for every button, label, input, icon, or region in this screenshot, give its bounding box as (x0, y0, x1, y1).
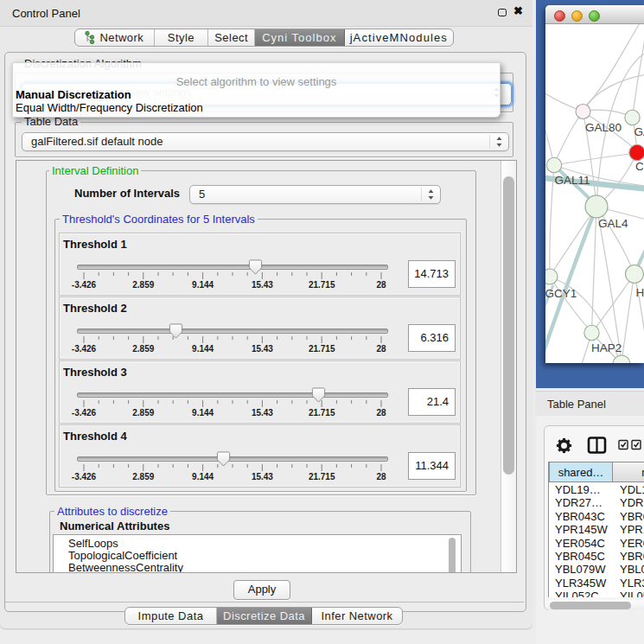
svg-text:HI: HI (636, 286, 644, 299)
svg-text:HAP2: HAP2 (591, 341, 622, 354)
svg-text:GAL4: GAL4 (598, 217, 628, 230)
svg-text:GCY1: GCY1 (545, 287, 577, 300)
svg-text:C: C (635, 160, 644, 173)
svg-text:GAL11: GAL11 (555, 174, 590, 187)
svg-text:GAL80: GAL80 (585, 121, 622, 134)
svg-text:GA: GA (634, 125, 644, 138)
